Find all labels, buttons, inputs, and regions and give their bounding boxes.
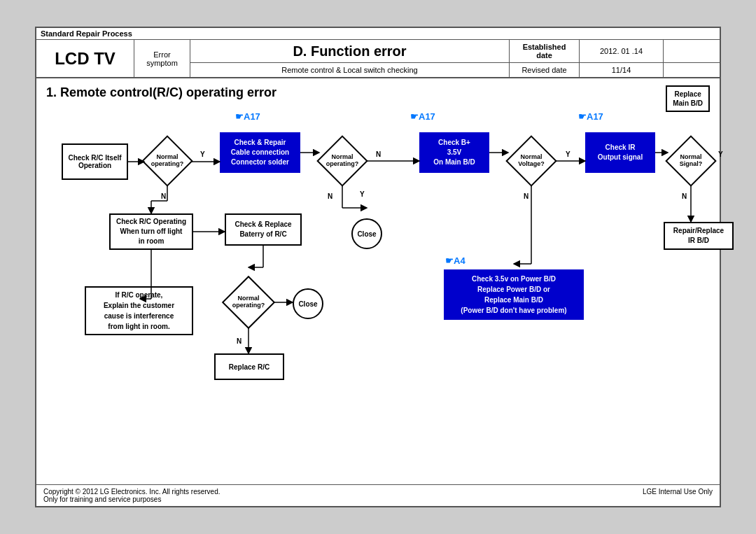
diamond-3: Normaloperating?	[223, 276, 274, 328]
check-ir-box: Check IROutput signal	[585, 132, 655, 173]
n-label-2b: N	[376, 150, 381, 158]
y-label-sig: Y	[718, 150, 723, 158]
section-title: 1. Remote control(R/C) operating error	[46, 85, 710, 100]
y-label-2b: Y	[360, 190, 365, 198]
empty-cell2	[664, 63, 720, 77]
header-main: LCD TV Error symptom D. Function error E…	[36, 40, 720, 78]
check-3v5-box: Check 3.5v on Power B/DReplace Power B/D…	[444, 269, 584, 320]
n-label-2: N	[328, 192, 332, 200]
empty-cell	[664, 40, 720, 63]
training-text: Only for training and service purposes	[43, 496, 220, 503]
date-value: 2012. 01 .14	[580, 40, 664, 63]
flowchart: ☛A17 ☛A17 ☛A17 ☛A4 Check R/C ItselfOpera…	[46, 110, 710, 418]
internal-use-text: LGE Internal Use Only	[643, 488, 713, 503]
revised-date-label: Revised date	[510, 63, 580, 77]
diamond-1: Normaloperating?	[143, 136, 192, 185]
n-label-1: N	[161, 192, 166, 200]
established-date-label: Established date	[510, 40, 580, 63]
close-2: Close	[293, 288, 323, 319]
page: Standard Repair Process LCD TV Error sym…	[35, 27, 721, 507]
a17-label-2: ☛A17	[410, 111, 435, 122]
diamond-voltage: NormalVoltage?	[507, 136, 556, 185]
standard-repair-text: Standard Repair Process	[41, 29, 132, 38]
y-label-vol: Y	[566, 150, 570, 158]
replace-rc-box: Replace R/C	[214, 353, 284, 380]
remote-control-label: Remote control & Local switch checking	[190, 63, 510, 77]
lcd-tv-label: LCD TV	[36, 40, 134, 77]
check-repair-box: Check & RepairCable connectionConnector …	[220, 132, 300, 173]
a17-label-3: ☛A17	[578, 111, 603, 122]
y-label-1: Y	[200, 150, 205, 158]
close-1: Close	[351, 218, 382, 249]
standard-repair-label: Standard Repair Process	[36, 28, 720, 40]
diamond-2: Normaloperating?	[318, 136, 367, 185]
if-rc-operate-box: If R/C operate,Explain the customercause…	[85, 286, 193, 335]
a17-label-1: ☛A17	[235, 111, 260, 122]
check-bplus-box: Check B+3.5VOn Main B/D	[419, 132, 489, 173]
replace-main-box: ReplaceMain B/D	[666, 85, 710, 112]
n-label-3: N	[237, 337, 241, 345]
check-ric-box: Check R/C ItselfOperation	[62, 143, 128, 180]
a4-label: ☛A4	[445, 255, 465, 266]
page-number: 11/14	[580, 63, 664, 77]
check-replace-bat-box: Check & ReplaceBaterry of R/C	[225, 213, 302, 246]
diamond-signal: NormalSignal?	[666, 136, 715, 185]
content-area: 1. Remote control(R/C) operating error R…	[36, 78, 720, 484]
footer: Copyright © 2012 LG Electronics. Inc. Al…	[36, 484, 720, 506]
check-rc-op-box: Check R/C OperatingWhen turn off lightin…	[109, 213, 193, 250]
footer-left: Copyright © 2012 LG Electronics. Inc. Al…	[43, 488, 220, 503]
repair-ir-box: Repair/ReplaceIR B/D	[664, 222, 734, 250]
n-label-sig: N	[682, 192, 687, 200]
function-error-title: D. Function error	[190, 40, 510, 63]
n-label-vol: N	[524, 192, 528, 200]
copyright-text: Copyright © 2012 LG Electronics. Inc. Al…	[43, 488, 220, 496]
error-symptom-label: Error symptom	[134, 40, 190, 77]
